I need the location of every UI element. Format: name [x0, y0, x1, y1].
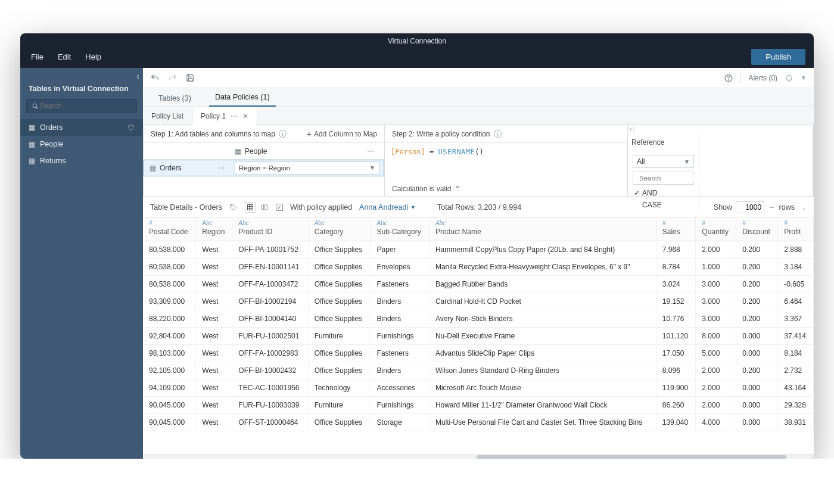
- table-icon: ▦: [29, 123, 35, 132]
- cell: Storage: [371, 414, 429, 431]
- policy-condition-editor[interactable]: [Person] = USERNAME(): [385, 143, 627, 161]
- expand-handle-icon[interactable]: ›: [628, 125, 634, 133]
- grid-view-icon[interactable]: [245, 202, 256, 213]
- cell: Nu-Dell Executive Frame: [429, 328, 656, 345]
- table-row[interactable]: 90,045.000WestFUR-FU-10003039FurnitureFu…: [143, 397, 814, 414]
- cell: Paper: [371, 241, 429, 259]
- list-view-icon[interactable]: [260, 204, 269, 211]
- cell: OFF-ST-10000464: [232, 414, 308, 431]
- info-icon[interactable]: i: [494, 130, 502, 138]
- table-row[interactable]: 80,538.000WestOFF-FA-10003472Office Supp…: [143, 276, 814, 293]
- redo-icon[interactable]: [168, 73, 178, 83]
- more-icon[interactable]: ⋯: [217, 164, 230, 172]
- policy-applied-label: With policy applied: [290, 203, 352, 211]
- publish-button[interactable]: Publish: [751, 49, 805, 65]
- bell-icon[interactable]: [785, 73, 793, 82]
- step-2-title: Step 2: Write a policy condition: [392, 130, 490, 138]
- tag-icon[interactable]: [229, 203, 238, 211]
- table-row[interactable]: 80,538.000WestOFF-EN-10001141Office Supp…: [143, 259, 814, 276]
- cell: Office Supplies: [308, 276, 371, 293]
- column-header[interactable]: AbcRegion: [196, 217, 232, 241]
- column-header[interactable]: #Discount: [736, 217, 778, 241]
- sidebar-search-input[interactable]: [39, 102, 132, 110]
- reference-search[interactable]: [633, 172, 694, 185]
- column-header[interactable]: AbcSub-Category: [371, 217, 429, 241]
- cell: 2.888: [778, 241, 814, 259]
- table-row[interactable]: 94,109.000WestTEC-AC-10001956TechnologyA…: [143, 379, 814, 397]
- tab-tables[interactable]: Tables (3): [153, 89, 197, 107]
- menu-file[interactable]: File: [24, 49, 51, 65]
- table-icon: ▦: [29, 157, 35, 165]
- cell: 4.000: [696, 414, 736, 431]
- chevron-down-icon[interactable]: ⌄: [802, 204, 807, 211]
- menu-help[interactable]: Help: [78, 49, 108, 65]
- column-header[interactable]: AbcCategory: [308, 217, 371, 241]
- column-header[interactable]: #Profit: [778, 217, 814, 241]
- search-icon: [32, 102, 39, 110]
- save-icon[interactable]: [186, 73, 195, 82]
- policy-1-tab[interactable]: Policy 1 ⋯ ✕: [192, 107, 257, 125]
- policy-list-tab[interactable]: Policy List: [143, 107, 192, 125]
- map-row-people[interactable]: ▦People⋯: [144, 143, 384, 160]
- cell: West: [196, 379, 232, 397]
- reference-search-input[interactable]: [639, 175, 727, 182]
- step-2-panel: Step 2: Write a policy condition i [Pers…: [385, 125, 628, 196]
- table-row[interactable]: 80,538.000WestOFF-PA-10001752Office Supp…: [143, 241, 814, 259]
- reference-filter-select[interactable]: All▼: [633, 155, 694, 168]
- column-map-select[interactable]: Region = Region▼: [235, 161, 379, 175]
- close-icon[interactable]: ✕: [242, 112, 248, 120]
- table-row[interactable]: 90,045.000WestOFF-ST-10000464Office Supp…: [143, 414, 814, 431]
- column-header[interactable]: AbcProduct ID: [232, 217, 308, 241]
- reference-option-case[interactable]: CASE: [628, 199, 699, 211]
- cell: OFF-BI-10002432: [232, 362, 308, 379]
- caret-down-icon[interactable]: ▼: [801, 74, 807, 81]
- sidebar-item-people[interactable]: ▦People: [20, 136, 143, 153]
- calculation-valid-label[interactable]: Calculation is valid⌃: [392, 185, 460, 193]
- add-column-button[interactable]: + Add Column to Map: [307, 130, 377, 138]
- policy-applied-checkbox[interactable]: ✓: [276, 204, 283, 211]
- cell: 37.414: [778, 328, 814, 345]
- cell: 94,109.000: [143, 379, 196, 397]
- help-icon[interactable]: [724, 73, 733, 83]
- cell: 0.000: [736, 414, 778, 431]
- preview-user-dropdown[interactable]: Anna Andreadi▼: [359, 203, 416, 211]
- cell: 90,045.000: [143, 414, 196, 431]
- table-row[interactable]: 92,105.000WestOFF-BI-10002432Office Supp…: [143, 362, 814, 379]
- tab-data-policies[interactable]: Data Policies (1): [209, 88, 276, 107]
- map-row-orders[interactable]: ▦Orders⋯Region = Region▼: [144, 160, 384, 176]
- menu-edit[interactable]: Edit: [51, 49, 78, 65]
- svg-rect-12: [262, 205, 263, 210]
- column-header[interactable]: #Postal Code: [143, 217, 196, 241]
- rows-count-input[interactable]: [736, 201, 764, 213]
- sidebar-search[interactable]: [26, 99, 137, 113]
- sidebar-item-returns[interactable]: ▦Returns: [20, 153, 143, 169]
- sidebar-collapse-icon[interactable]: ‹: [136, 71, 139, 81]
- table-details-title: Table Details - Orders: [150, 203, 222, 211]
- info-icon[interactable]: i: [279, 130, 287, 138]
- table-row[interactable]: 88,220.000WestOFF-BI-10004140Office Supp…: [143, 310, 814, 328]
- cell: 2.000: [696, 241, 736, 259]
- data-grid[interactable]: #Postal CodeAbcRegionAbcProduct IDAbcCat…: [143, 217, 814, 454]
- reference-option-and[interactable]: AND: [628, 187, 699, 199]
- menu-bar: File Edit Help Publish: [20, 45, 814, 68]
- cell: West: [196, 293, 232, 310]
- alerts-button[interactable]: Alerts (0): [748, 74, 777, 82]
- table-row[interactable]: 93,309.000WestOFF-BI-10002194Office Supp…: [143, 293, 814, 310]
- chevron-up-icon: ⌃: [455, 185, 460, 193]
- cell: 98,103.000: [143, 345, 196, 362]
- cell: Wilson Jones Standard D-Ring Binders: [429, 362, 656, 379]
- column-header[interactable]: AbcProduct Name: [429, 217, 656, 241]
- column-header[interactable]: #Quantity: [696, 217, 736, 241]
- table-row[interactable]: 98,103.000WestOFF-FA-10002983Office Supp…: [143, 345, 814, 362]
- policy-tab-menu-icon[interactable]: ⋯: [231, 112, 238, 120]
- table-row[interactable]: 92,804.000WestFUR-FU-10002501FurnitureFu…: [143, 328, 814, 345]
- sidebar-item-orders[interactable]: ▦Orders: [20, 119, 143, 136]
- cell: 80,538.000: [143, 259, 196, 276]
- column-header[interactable]: #Sales: [656, 217, 696, 241]
- more-icon[interactable]: ⋯: [367, 147, 379, 155]
- undo-icon[interactable]: [150, 73, 160, 83]
- sidebar: ‹ Tables in Virtual Connection ▦Orders▦P…: [20, 68, 143, 459]
- horizontal-scrollbar[interactable]: [143, 454, 814, 459]
- table-details-bar: Table Details - Orders ✓ With policy app…: [143, 197, 814, 217]
- refresh-icon[interactable]: →: [768, 203, 776, 211]
